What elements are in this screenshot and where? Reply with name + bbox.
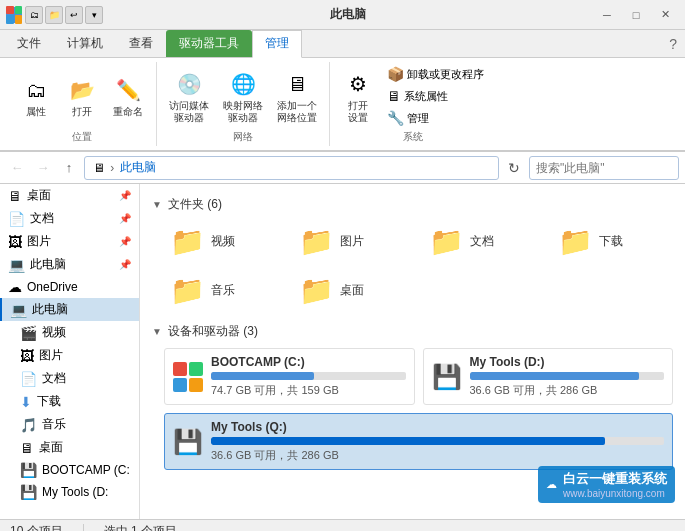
tab-file[interactable]: 文件 xyxy=(4,30,54,57)
address-sep: › xyxy=(110,161,114,175)
rename-icon: ✏️ xyxy=(112,74,144,106)
back-button[interactable]: ← xyxy=(6,157,28,179)
sidebar-item-pics[interactable]: 🖼 图片 📌 xyxy=(0,230,139,253)
properties-button[interactable]: 🗂 属性 xyxy=(16,72,56,120)
uninstall-icon: 📦 xyxy=(387,66,404,82)
rename-button[interactable]: ✏️ 重命名 xyxy=(108,72,148,120)
drive-item-mytools-d[interactable]: 💾 My Tools (D:) 36.6 GB 可用，共 286 GB xyxy=(423,348,674,405)
status-divider xyxy=(83,524,84,532)
drive-mytools-d-bar xyxy=(470,372,639,380)
folder-docs-label: 文档 xyxy=(470,233,494,250)
add-network-button[interactable]: 🖥 添加一个网络位置 xyxy=(273,66,321,126)
sidebar-pin-icon-docs: 📌 xyxy=(119,213,131,224)
close-button[interactable]: ✕ xyxy=(651,5,679,25)
minimize-button[interactable]: ─ xyxy=(593,5,621,25)
search-input[interactable] xyxy=(536,161,685,175)
qa-dropdown[interactable]: ▾ xyxy=(85,6,103,24)
open-icon: 📂 xyxy=(66,74,98,106)
watermark-name: 白云一键重装系统 xyxy=(563,470,667,488)
drive-mytools-d-name: My Tools (D:) xyxy=(470,355,665,369)
maximize-button[interactable]: □ xyxy=(622,5,650,25)
address-path[interactable]: 🖥 › 此电脑 xyxy=(84,156,499,180)
ribbon-group-location: 🗂 属性 📂 打开 ✏️ 重命名 位置 xyxy=(8,62,157,146)
tab-driver-tools[interactable]: 驱动器工具 xyxy=(166,30,252,57)
system-small-group: 📦 卸载或更改程序 🖥 系统属性 🔧 管理 xyxy=(384,64,487,128)
tab-view[interactable]: 查看 xyxy=(116,30,166,57)
folder-item-music[interactable]: 📁 音乐 xyxy=(164,270,285,311)
sidebar-item-pics2[interactable]: 🖼 图片 xyxy=(0,344,139,367)
folder-item-docs[interactable]: 📁 文档 xyxy=(423,221,544,262)
folders-section-header[interactable]: ▼ 文件夹 (6) xyxy=(152,196,673,213)
address-icon: 🖥 xyxy=(93,161,105,175)
sidebar-item-downloads[interactable]: ⬇ 下载 xyxy=(0,390,139,413)
drive-item-bootcamp[interactable]: BOOTCAMP (C:) 74.7 GB 可用，共 159 GB xyxy=(164,348,415,405)
sidebar-item-onedrive[interactable]: ☁ OneDrive xyxy=(0,276,139,298)
forward-button[interactable]: → xyxy=(32,157,54,179)
manage-icon: 🔧 xyxy=(387,110,404,126)
refresh-button[interactable]: ↻ xyxy=(503,157,525,179)
address-bar: ← → ↑ 🖥 › 此电脑 ↻ 🔍 xyxy=(0,152,685,184)
sidebar-pin-icon: 📌 xyxy=(119,190,131,201)
system-group-items: ⚙ 打开设置 📦 卸载或更改程序 🖥 系统属性 🔧 管理 xyxy=(338,64,487,128)
drive-bootcamp-name: BOOTCAMP (C:) xyxy=(211,355,406,369)
tab-computer[interactable]: 计算机 xyxy=(54,30,116,57)
sidebar-item-desktop2[interactable]: 🖥 桌面 xyxy=(0,436,139,459)
sidebar-item-videos[interactable]: 🎬 视频 xyxy=(0,321,139,344)
folder-desktop-label: 桌面 xyxy=(340,282,364,299)
drive-mytools-q-bar-bg xyxy=(211,437,664,445)
folder-item-desktop[interactable]: 📁 桌面 xyxy=(293,270,414,311)
location-group-items: 🗂 属性 📂 打开 ✏️ 重命名 xyxy=(16,64,148,128)
folder-item-videos[interactable]: 📁 视频 xyxy=(164,221,285,262)
folder-videos-icon: 📁 xyxy=(170,225,205,258)
open-button[interactable]: 📂 打开 xyxy=(62,72,102,120)
sidebar-desktop-icon: 🖥 xyxy=(8,188,22,204)
qa-btn-2[interactable]: 📁 xyxy=(45,6,63,24)
address-path-item[interactable]: 此电脑 xyxy=(120,159,156,176)
sidebar-item-mytools[interactable]: 💾 My Tools (D: xyxy=(0,481,139,503)
up-button[interactable]: ↑ xyxy=(58,157,80,179)
sidebar-pics-icon: 🖼 xyxy=(8,234,22,250)
sidebar-downloads-icon: ⬇ xyxy=(20,394,32,410)
ribbon-tabs: 文件 计算机 查看 驱动器工具 管理 ? xyxy=(0,30,685,58)
access-media-button[interactable]: 💿 访问媒体驱动器 xyxy=(165,66,213,126)
access-media-label: 访问媒体驱动器 xyxy=(169,100,209,124)
sidebar-item-bootcamp[interactable]: 💾 BOOTCAMP (C: xyxy=(0,459,139,481)
drive-item-mytools-q[interactable]: 💾 My Tools (Q:) 36.6 GB 可用，共 286 GB xyxy=(164,413,673,470)
network-group-label: 网络 xyxy=(233,130,253,144)
ribbon-body: 🗂 属性 📂 打开 ✏️ 重命名 位置 💿 访问媒体驱动器 🌐 映射网络驱动器 xyxy=(0,58,685,152)
uninstall-button[interactable]: 📦 卸载或更改程序 xyxy=(384,64,487,84)
watermark-url: www.baiyunxitong.com xyxy=(563,488,667,499)
qa-btn-1[interactable]: 🗂 xyxy=(25,6,43,24)
folders-section-title: 文件夹 (6) xyxy=(168,196,222,213)
tab-manage[interactable]: 管理 xyxy=(252,30,302,58)
drives-section-header[interactable]: ▼ 设备和驱动器 (3) xyxy=(152,323,673,340)
sidebar-item-docs2[interactable]: 📄 文档 xyxy=(0,367,139,390)
folder-grid: 📁 视频 📁 图片 📁 文档 📁 下载 📁 音乐 xyxy=(152,221,673,311)
properties-label: 属性 xyxy=(26,106,46,118)
sidebar-item-desktop[interactable]: 🖥 桌面 📌 xyxy=(0,184,139,207)
open-settings-button[interactable]: ⚙ 打开设置 xyxy=(338,66,378,126)
qa-btn-3[interactable]: ↩ xyxy=(65,6,83,24)
status-item-count: 10 个项目 xyxy=(10,523,63,531)
app-icon xyxy=(6,7,22,23)
sidebar-item-thispc-top[interactable]: 💻 此电脑 📌 xyxy=(0,253,139,276)
sidebar-item-music[interactable]: 🎵 音乐 xyxy=(0,413,139,436)
access-media-icon: 💿 xyxy=(173,68,205,100)
system-props-button[interactable]: 🖥 系统属性 xyxy=(384,86,487,106)
sidebar-item-docs[interactable]: 📄 文档 📌 xyxy=(0,207,139,230)
search-box[interactable]: 🔍 xyxy=(529,156,679,180)
folder-pics-icon: 📁 xyxy=(299,225,334,258)
drive-bootcamp-bar-bg xyxy=(211,372,406,380)
folder-item-pics[interactable]: 📁 图片 xyxy=(293,221,414,262)
sidebar-item-thispc-main[interactable]: 💻 此电脑 xyxy=(0,298,139,321)
help-icon[interactable]: ? xyxy=(669,30,681,57)
manage-btn[interactable]: 🔧 管理 xyxy=(384,108,487,128)
add-network-icon: 🖥 xyxy=(281,68,313,100)
sidebar-docs-icon: 📄 xyxy=(8,211,25,227)
sidebar-thispc-main-icon: 💻 xyxy=(10,302,27,318)
folder-item-downloads[interactable]: 📁 下载 xyxy=(552,221,673,262)
map-drive-button[interactable]: 🌐 映射网络驱动器 xyxy=(219,66,267,126)
sidebar-thispc-icon: 💻 xyxy=(8,257,25,273)
folder-desktop-icon: 📁 xyxy=(299,274,334,307)
drive-mytools-d-bar-bg xyxy=(470,372,665,380)
